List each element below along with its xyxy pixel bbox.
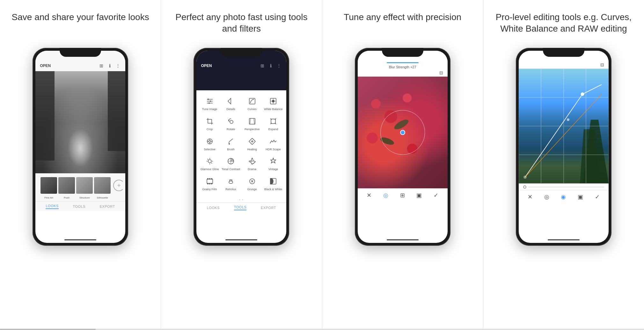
panel-tools: Perfect any photo fast using tools and f… (161, 0, 322, 330)
thumbnail-2[interactable] (58, 177, 75, 194)
panel4-title: Pro-level editing tools e.g. Curves, Whi… (490, 11, 638, 40)
screen3-bottom-controls: ✕ ◎ ⊞ ▣ ✓ (358, 188, 448, 202)
add-look-button[interactable]: + (113, 180, 123, 191)
tool-rotate[interactable]: Rotate (220, 114, 242, 134)
screen2-info-icon[interactable]: ℹ (268, 63, 274, 69)
nav2-export[interactable]: EXPORT (261, 206, 276, 210)
home-indicator-2 (225, 239, 257, 240)
tool-tune-image[interactable]: Tune Image (199, 94, 220, 114)
tool-selective[interactable]: Selective (199, 134, 220, 154)
screen3-photo (358, 77, 448, 188)
thumb-label-1: Fine Art (40, 196, 57, 199)
thumbnail-4[interactable] (94, 177, 111, 194)
close4-icon[interactable]: ✕ (528, 193, 532, 200)
slider-thumb[interactable] (523, 185, 526, 189)
flower-4 (403, 94, 412, 102)
tool-drama[interactable]: Drama (241, 154, 263, 174)
grunge-icon (247, 176, 257, 186)
svg-point-10 (230, 120, 233, 124)
selector-center-dot[interactable] (400, 130, 405, 135)
tool-grunge[interactable]: Grunge (241, 174, 263, 194)
flower-1 (371, 99, 381, 109)
screen1-photo (35, 71, 125, 173)
grainy-film-icon (205, 176, 215, 186)
flower-3 (367, 132, 378, 144)
main-container: Save and share your favorite looks OPEN … (0, 0, 644, 330)
tool-expand[interactable]: Expand (263, 114, 284, 134)
tool-tonal-contrast[interactable]: Tonal Contrast (220, 154, 242, 174)
black-white-icon (268, 176, 278, 186)
tool-white-balance[interactable]: White Balance (263, 94, 284, 114)
nav-export[interactable]: EXPORT (100, 205, 115, 208)
svg-rect-31 (211, 178, 212, 179)
panel-looks: Save and share your favorite looks OPEN … (0, 0, 161, 330)
expand-icon (268, 116, 278, 126)
tool-brush[interactable]: Brush (220, 134, 242, 154)
tool-crop[interactable]: Crop (199, 114, 220, 134)
compare-icon[interactable]: ⊟ (439, 70, 443, 75)
sliders-icon[interactable]: ⊞ (400, 192, 405, 199)
svg-point-20 (208, 160, 211, 163)
svg-rect-29 (208, 178, 208, 179)
bottom-nav-2: LOOKS TOOLS EXPORT (196, 202, 286, 212)
svg-point-14 (209, 140, 211, 142)
svg-rect-30 (209, 178, 210, 179)
scrollbar-thumb[interactable] (0, 329, 96, 330)
more-icon[interactable]: ⋮ (115, 63, 121, 69)
confirm-icon[interactable]: ✓ (434, 192, 438, 199)
retrolux-icon (226, 176, 236, 186)
eye4-icon[interactable]: ◉ (561, 193, 566, 200)
compare4-icon[interactable]: ⊟ (600, 62, 604, 67)
panel1-title: Save and share your favorite looks (12, 11, 149, 40)
thumbnail-1[interactable] (40, 177, 57, 194)
grunge-label: Grunge (247, 188, 257, 191)
slider-track[interactable] (528, 187, 604, 187)
nav-looks[interactable]: LOOKS (46, 204, 58, 209)
confirm4-icon[interactable]: ✓ (595, 193, 600, 200)
screen2-open-label[interactable]: OPEN (201, 64, 212, 68)
screen2-layers-icon[interactable]: ⊞ (260, 63, 265, 69)
tool-retrolux[interactable]: Retrolux (220, 174, 242, 194)
svg-point-35 (229, 181, 233, 184)
home-indicator-1 (64, 239, 96, 240)
blur-label: Blur Strength +27 (389, 65, 416, 69)
selective-icon (205, 136, 215, 146)
retrolux-label: Retrolux (225, 188, 236, 191)
tool-perspective[interactable]: Perspective (241, 114, 263, 134)
tool-hdr-scape[interactable]: HDR Scape (263, 134, 284, 154)
dark-photo-area (196, 71, 286, 90)
tool-black-white[interactable]: Black & White (263, 174, 284, 194)
nav2-looks[interactable]: LOOKS (207, 206, 220, 210)
circle-tool-icon[interactable]: ◎ (383, 192, 388, 199)
close-icon[interactable]: ✕ (367, 192, 371, 199)
bottom-scrollbar[interactable] (0, 329, 644, 330)
info-icon[interactable]: ℹ (107, 63, 113, 69)
tool-healing[interactable]: Healing (241, 134, 263, 154)
curves-tool-icon[interactable]: ◎ (544, 193, 549, 200)
thumbnail-3[interactable] (76, 177, 93, 194)
tool-vintage[interactable]: Vintage (263, 154, 284, 174)
screen1-icons: ⊞ ℹ ⋮ (99, 63, 121, 69)
tool-curves[interactable]: Curves (241, 94, 263, 114)
tool-grainy-film[interactable]: Grainy Film (199, 174, 220, 194)
white-balance-icon (268, 96, 278, 106)
nav-tools[interactable]: TOOLS (73, 205, 86, 208)
tool-details[interactable]: Details (220, 94, 242, 114)
svg-point-19 (229, 143, 230, 145)
svg-point-4 (210, 101, 211, 102)
screen2-more-icon[interactable]: ⋮ (276, 63, 282, 69)
crop-label: Crop (207, 128, 213, 131)
phone-frame-3: Blur Strength +27 ⊟ (355, 48, 450, 246)
layers3-icon[interactable]: ▣ (416, 192, 422, 199)
thumb-label-2: Push (58, 196, 75, 199)
thumbnails-bar: + (38, 175, 123, 196)
tool-glamour-glow[interactable]: Glamour Glow (199, 154, 220, 174)
nav2-tools[interactable]: TOOLS (234, 205, 247, 210)
screen1-open-label[interactable]: OPEN (40, 64, 51, 68)
tonal-contrast-icon (226, 156, 236, 166)
layers4-icon[interactable]: ▣ (578, 193, 583, 200)
home-indicator-4 (548, 239, 580, 240)
layers-icon[interactable]: ⊞ (99, 63, 104, 69)
phone-screen-4: ⊟ (519, 51, 609, 243)
expand-label: Expand (268, 128, 278, 131)
